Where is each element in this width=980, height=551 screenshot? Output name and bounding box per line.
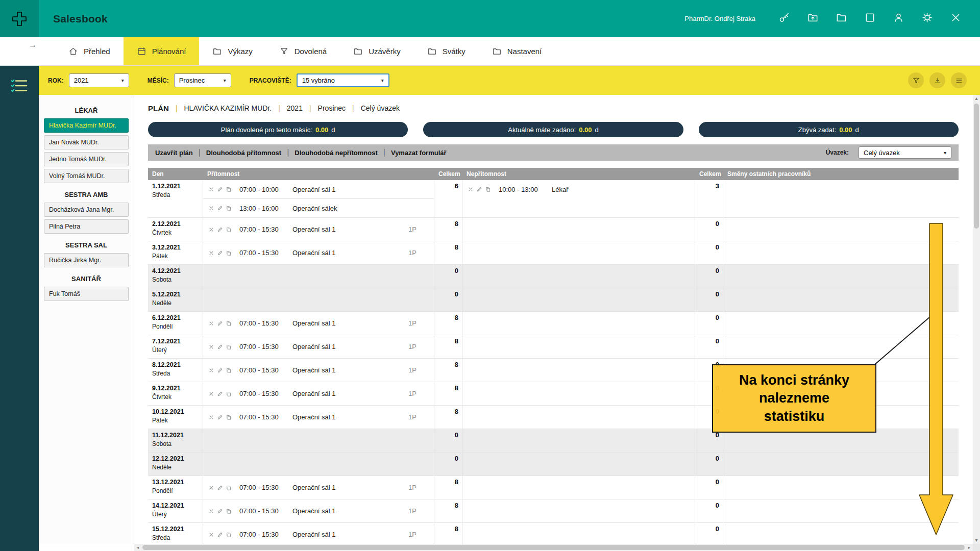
staff-item[interactable]: Ručička Jirka Mgr.	[44, 253, 129, 267]
pencil-icon[interactable]	[217, 485, 223, 491]
x-icon[interactable]	[208, 250, 214, 256]
vertical-scrollbar[interactable]: ▲ ▼	[973, 95, 980, 544]
x-icon[interactable]	[208, 205, 214, 211]
entry-time: 07:00 - 15:30	[239, 531, 288, 538]
x-icon[interactable]	[208, 320, 214, 327]
x-icon[interactable]	[208, 391, 214, 397]
copy-icon[interactable]	[226, 344, 232, 350]
planning-list-icon[interactable]	[10, 78, 29, 93]
x-icon[interactable]	[208, 344, 214, 350]
pencil-icon[interactable]	[217, 227, 223, 233]
schedule-entry: 10:00 - 13:00Lékař	[462, 180, 695, 198]
row-weekday: Čtvrtek	[152, 229, 199, 236]
staff-item[interactable]: Volný Tomáš MUDr.	[44, 169, 129, 183]
entry-tag: 1P	[408, 507, 429, 515]
staff-item[interactable]: Pilná Petra	[44, 219, 129, 234]
export-icon[interactable]	[798, 12, 827, 23]
x-icon[interactable]	[208, 485, 214, 491]
funnel-button[interactable]	[908, 72, 924, 88]
x-icon[interactable]	[208, 227, 214, 233]
row-weekday: Neděle	[152, 464, 199, 471]
tab-prehled[interactable]: Přehled	[55, 37, 124, 65]
scroll-up-icon[interactable]: ▲	[973, 95, 980, 102]
user-icon[interactable]	[884, 12, 913, 23]
absence-cell	[462, 382, 695, 405]
copy-icon[interactable]	[226, 320, 232, 327]
pencil-icon[interactable]	[217, 532, 223, 538]
pencil-icon[interactable]	[217, 186, 223, 192]
folder-icon[interactable]	[827, 12, 855, 23]
scroll-right-icon[interactable]: ▸	[966, 544, 973, 551]
staff-item[interactable]: Hlavička Kazimír MUDr.	[44, 118, 129, 133]
staff-item[interactable]: Fuk Tomáš	[44, 287, 129, 301]
presence-cell: 07:00 - 15:30Operační sál 11P	[203, 499, 434, 522]
staff-item[interactable]: Jan Novák MUDr.	[44, 135, 129, 149]
copy-icon[interactable]	[226, 367, 232, 373]
toolbar-action-vymazat-formular[interactable]: Vymazat formulář	[391, 149, 447, 157]
window-icon[interactable]	[855, 12, 884, 23]
x-icon[interactable]	[208, 532, 214, 538]
tab-svatky[interactable]: Svátky	[414, 37, 479, 65]
x-icon[interactable]	[208, 508, 214, 514]
nav-tabs: PřehledPlánováníVýkazyDovolenáUzávěrkySv…	[55, 37, 555, 65]
copy-icon[interactable]	[226, 485, 232, 491]
tab-planovani[interactable]: Plánování	[124, 37, 200, 65]
gear-icon[interactable]	[913, 12, 941, 23]
copy-icon[interactable]	[226, 508, 232, 514]
key-icon[interactable]	[770, 12, 798, 23]
tab-nastaveni[interactable]: Nastavení	[479, 37, 555, 65]
pencil-icon[interactable]	[476, 186, 482, 192]
staff-item[interactable]: Jedno Tomáš MUDr.	[44, 152, 129, 166]
folder-icon	[212, 46, 222, 56]
vertical-scroll-thumb[interactable]	[974, 104, 979, 229]
rok-select[interactable]: 2021 ▾	[69, 73, 129, 87]
menu-button[interactable]	[951, 72, 967, 88]
horizontal-scrollbar[interactable]: ◂ ▸	[134, 544, 973, 551]
absence-cell	[462, 241, 695, 264]
staff-item[interactable]: Docházková Jana Mgr.	[44, 203, 129, 217]
pencil-icon[interactable]	[217, 508, 223, 514]
pencil-icon[interactable]	[217, 320, 223, 327]
scroll-left-icon[interactable]: ◂	[134, 544, 141, 551]
scroll-down-icon[interactable]: ▼	[973, 537, 980, 544]
uvazek-select[interactable]: Celý úvazek ▾	[859, 146, 951, 159]
presence-total: 8	[434, 218, 462, 241]
horizontal-scroll-thumb[interactable]	[142, 545, 965, 550]
x-icon[interactable]	[208, 186, 214, 192]
x-icon[interactable]	[208, 367, 214, 373]
x-icon[interactable]	[208, 414, 214, 420]
pencil-icon[interactable]	[217, 391, 223, 397]
absence-total: 3	[695, 180, 723, 217]
presence-cell	[203, 288, 434, 311]
tab-vykazy[interactable]: Výkazy	[199, 37, 265, 65]
mesic-select[interactable]: Prosinec ▾	[174, 73, 231, 87]
copy-icon[interactable]	[226, 250, 232, 256]
toolbar-action-dlouhodoba-nepritomnost[interactable]: Dlouhodobá nepřítomnost	[295, 149, 377, 157]
copy-icon[interactable]	[226, 186, 232, 192]
toolbar-action-dlouhodoba-pritomnost[interactable]: Dlouhodobá přítomnost	[206, 149, 281, 157]
tab-dovolena[interactable]: Dovolená	[266, 37, 340, 65]
close-icon[interactable]	[941, 12, 970, 23]
copy-icon[interactable]	[226, 391, 232, 397]
pracoviste-select[interactable]: 15 vybráno ▾	[297, 73, 389, 87]
pencil-icon[interactable]	[217, 344, 223, 350]
copy-icon[interactable]	[226, 205, 232, 211]
copy-icon[interactable]	[485, 186, 491, 192]
pencil-icon[interactable]	[217, 414, 223, 420]
forward-arrow-icon[interactable]: →	[29, 40, 37, 49]
schedule-entry: 07:00 - 10:00Operační sál 1	[203, 180, 434, 198]
copy-icon[interactable]	[226, 227, 232, 233]
pencil-icon[interactable]	[217, 250, 223, 256]
tab-uzaverky[interactable]: Uzávěrky	[340, 37, 414, 65]
pencil-icon[interactable]	[217, 367, 223, 373]
app-logo[interactable]	[0, 0, 39, 37]
copy-icon[interactable]	[226, 532, 232, 538]
download-button[interactable]	[929, 72, 945, 88]
x-icon[interactable]	[468, 186, 474, 192]
toolbar-action-uzavrit-plan[interactable]: Uzavřít plán	[155, 149, 193, 157]
copy-icon[interactable]	[226, 414, 232, 420]
table-row: 5.12.2021Neděle00	[148, 288, 959, 312]
presence-total: 8	[434, 382, 462, 405]
presence-total: 6	[434, 180, 462, 217]
pencil-icon[interactable]	[217, 205, 223, 211]
